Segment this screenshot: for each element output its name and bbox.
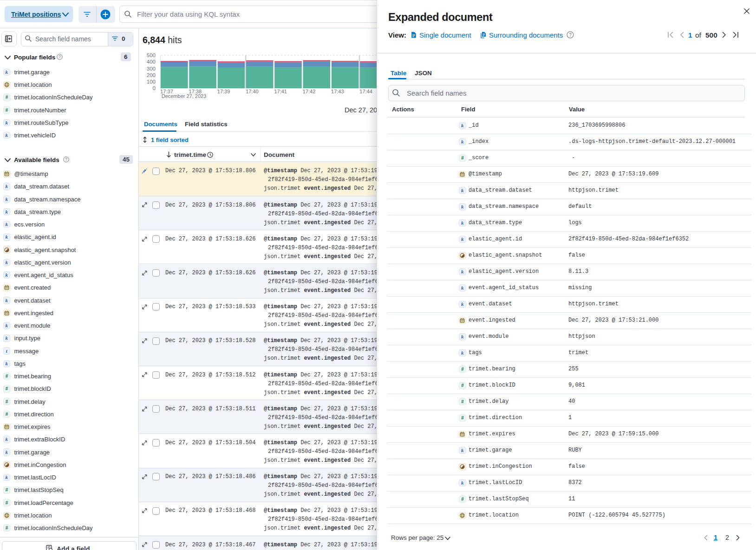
svg-text:400: 400 <box>147 59 156 65</box>
svg-text:?: ? <box>569 32 572 38</box>
svg-text:?: ? <box>65 157 67 162</box>
svg-text:300: 300 <box>147 66 156 71</box>
svg-text:17:40: 17:40 <box>246 89 259 94</box>
svg-text:17:43: 17:43 <box>331 89 344 94</box>
svg-text:0: 0 <box>153 85 156 91</box>
svg-text:?: ? <box>59 54 61 59</box>
svg-text:100: 100 <box>147 79 156 84</box>
svg-text:17:44: 17:44 <box>359 89 372 94</box>
svg-text:17:41: 17:41 <box>274 89 287 94</box>
svg-text:December 27, 2023: December 27, 2023 <box>162 93 207 99</box>
svg-text:17:42: 17:42 <box>303 89 316 94</box>
svg-text:17:39: 17:39 <box>217 89 230 94</box>
svg-text:500: 500 <box>147 52 156 58</box>
svg-text:200: 200 <box>147 72 156 78</box>
